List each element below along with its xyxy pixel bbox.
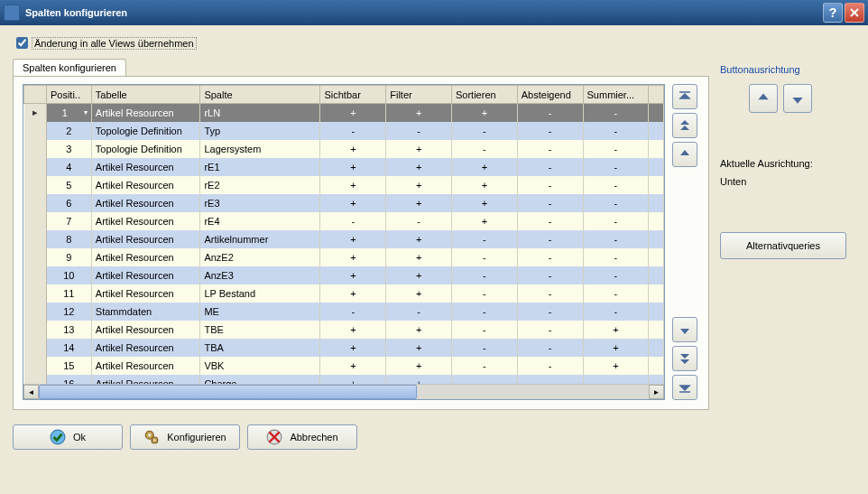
cell-position[interactable]: 14 xyxy=(46,339,91,357)
cell-sichtbar[interactable]: + xyxy=(320,158,386,176)
cell-sortieren[interactable]: + xyxy=(452,104,518,122)
move-to-bottom-button[interactable] xyxy=(672,375,697,400)
apply-all-views-label[interactable]: Änderung in alle Views übernehmen xyxy=(32,37,197,50)
table-row[interactable]: 5Artikel ResourcenrE2+++-- xyxy=(24,176,664,194)
cell-sichtbar[interactable]: + xyxy=(320,375,386,385)
cell-sichtbar[interactable]: + xyxy=(320,339,386,357)
cell-position[interactable]: 5 xyxy=(46,176,91,194)
cell-spalte[interactable]: rLN xyxy=(200,104,320,122)
cell-tabelle[interactable]: Artikel Resourcen xyxy=(91,158,200,176)
cell-sichtbar[interactable]: - xyxy=(320,212,386,230)
move-to-top-button[interactable] xyxy=(672,84,697,109)
cell-summieren[interactable]: - xyxy=(583,284,649,303)
cell-position[interactable]: 3 xyxy=(46,140,91,158)
cell-tabelle[interactable]: Artikel Resourcen xyxy=(91,104,200,122)
cell-absteigend[interactable]: - xyxy=(517,284,583,303)
cell-sichtbar[interactable]: + xyxy=(320,104,386,122)
cell-summieren[interactable]: - xyxy=(583,122,649,140)
scroll-track[interactable] xyxy=(39,385,649,399)
cell-absteigend[interactable]: - xyxy=(517,176,583,194)
cell-sortieren[interactable]: - xyxy=(452,140,518,158)
cell-tabelle[interactable]: Stammdaten xyxy=(91,303,200,321)
cell-summieren[interactable]: + xyxy=(583,357,649,375)
cell-filter[interactable]: + xyxy=(386,140,452,158)
align-down-button[interactable] xyxy=(783,84,812,113)
cell-absteigend[interactable]: - xyxy=(517,194,583,212)
cell-tabelle[interactable]: Artikel Resourcen xyxy=(91,212,200,230)
table-row[interactable]: 6Artikel ResourcenrE3+++-- xyxy=(24,194,664,212)
cell-sichtbar[interactable]: + xyxy=(320,176,386,194)
cell-position[interactable]: 9 xyxy=(46,248,91,266)
col-sichtbar[interactable]: Sichtbar xyxy=(320,86,386,104)
cell-position[interactable]: 4 xyxy=(46,158,91,176)
cell-filter[interactable]: + xyxy=(386,104,452,122)
cell-spalte[interactable]: VBK xyxy=(200,357,320,375)
cell-position[interactable]: 8 xyxy=(46,230,91,248)
table-row[interactable]: 10Artikel ResourcenAnzE3++--- xyxy=(24,266,664,284)
cell-filter[interactable]: + xyxy=(386,158,452,176)
cell-position[interactable]: 1▾ xyxy=(46,104,91,122)
cell-absteigend[interactable]: - xyxy=(517,248,583,266)
cell-tabelle[interactable]: Artikel Resourcen xyxy=(91,284,200,303)
cell-absteigend[interactable]: - xyxy=(517,303,583,321)
cell-sortieren[interactable]: - xyxy=(452,122,518,140)
cell-summieren[interactable]: - xyxy=(583,303,649,321)
columns-grid[interactable]: Positi.. Tabelle Spalte Sichtbar Filter … xyxy=(23,84,665,400)
cell-summieren[interactable]: - xyxy=(583,104,649,122)
scroll-left-button[interactable]: ◄ xyxy=(23,385,39,399)
apply-all-views-checkbox[interactable] xyxy=(16,37,28,49)
col-summieren[interactable]: Summier... xyxy=(583,86,649,104)
cell-absteigend[interactable]: - xyxy=(517,140,583,158)
table-row[interactable]: 12StammdatenME----- xyxy=(24,303,664,321)
table-row[interactable]: 11Artikel ResourcenLP Bestand++--- xyxy=(24,284,664,303)
cell-summieren[interactable]: + xyxy=(583,321,649,339)
align-up-button[interactable] xyxy=(749,84,778,113)
cell-sortieren[interactable]: - xyxy=(452,303,518,321)
table-row[interactable]: 9Artikel ResourcenAnzE2++--- xyxy=(24,248,664,266)
table-row[interactable]: 2Topologie DefinitionTyp----- xyxy=(24,122,664,140)
cell-spalte[interactable]: rE3 xyxy=(200,194,320,212)
scroll-right-button[interactable]: ► xyxy=(649,385,664,399)
horizontal-scrollbar[interactable]: ◄ ► xyxy=(23,384,664,399)
move-down-button[interactable] xyxy=(672,317,697,342)
cell-position[interactable]: 2 xyxy=(46,122,91,140)
table-row[interactable]: 8Artikel ResourcenArtikelnummer++--- xyxy=(24,230,664,248)
help-button[interactable]: ? xyxy=(823,3,843,23)
cell-spalte[interactable]: ME xyxy=(200,303,320,321)
cell-summieren[interactable]: - xyxy=(583,375,649,385)
cell-absteigend[interactable]: - xyxy=(517,158,583,176)
cell-sichtbar[interactable]: + xyxy=(320,248,386,266)
cell-sichtbar[interactable]: + xyxy=(320,321,386,339)
cell-filter[interactable]: - xyxy=(386,122,452,140)
cell-sichtbar[interactable]: - xyxy=(320,122,386,140)
cell-tabelle[interactable]: Artikel Resourcen xyxy=(91,357,200,375)
cell-sichtbar[interactable]: + xyxy=(320,194,386,212)
cell-sichtbar[interactable]: + xyxy=(320,140,386,158)
col-spalte[interactable]: Spalte xyxy=(200,86,320,104)
cell-tabelle[interactable]: Artikel Resourcen xyxy=(91,176,200,194)
cell-sortieren[interactable]: - xyxy=(452,230,518,248)
cell-summieren[interactable]: - xyxy=(583,248,649,266)
cell-spalte[interactable]: rE4 xyxy=(200,212,320,230)
cell-summieren[interactable]: - xyxy=(583,230,649,248)
cell-sichtbar[interactable]: + xyxy=(320,230,386,248)
cell-tabelle[interactable]: Topologie Definition xyxy=(91,140,200,158)
cell-filter[interactable]: + xyxy=(386,375,452,385)
cell-filter[interactable]: + xyxy=(386,194,452,212)
cell-summieren[interactable]: - xyxy=(583,212,649,230)
cell-sortieren[interactable]: + xyxy=(452,194,518,212)
cell-absteigend[interactable]: - xyxy=(517,339,583,357)
cell-filter[interactable]: - xyxy=(386,303,452,321)
cell-tabelle[interactable]: Artikel Resourcen xyxy=(91,339,200,357)
scroll-thumb[interactable] xyxy=(39,385,417,399)
cell-filter[interactable]: + xyxy=(386,321,452,339)
cell-summieren[interactable]: - xyxy=(583,140,649,158)
cell-spalte[interactable]: rE1 xyxy=(200,158,320,176)
cell-sortieren[interactable]: + xyxy=(452,176,518,194)
cell-spalte[interactable]: Lagersystem xyxy=(200,140,320,158)
cell-spalte[interactable]: Typ xyxy=(200,122,320,140)
alternativqueries-button[interactable]: Alternativqueries xyxy=(720,232,846,259)
cell-position[interactable]: 11 xyxy=(46,284,91,303)
cell-filter[interactable]: - xyxy=(386,212,452,230)
cell-absteigend[interactable]: - xyxy=(517,230,583,248)
